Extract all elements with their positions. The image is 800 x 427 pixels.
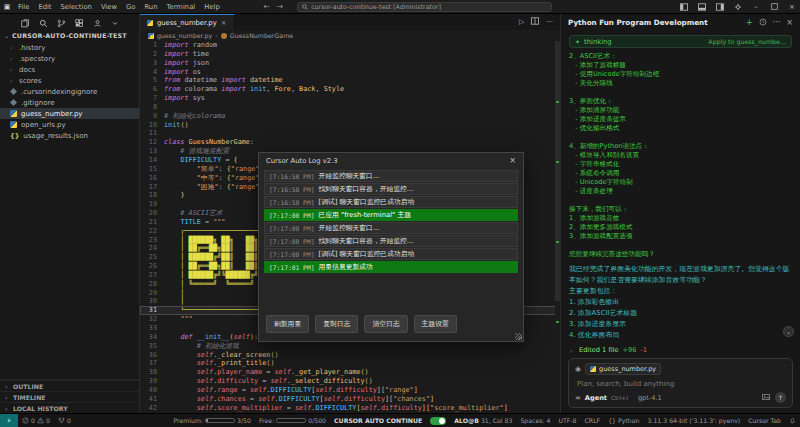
layout-sidebar-left-icon[interactable] bbox=[676, 0, 692, 13]
code-line[interactable]: 3import json bbox=[140, 59, 560, 68]
code-line[interactable]: 35 # 初始化游戏 bbox=[140, 342, 560, 351]
tree-item--history[interactable]: ›.history bbox=[0, 42, 139, 53]
chat-input-box[interactable]: ◉ guess_number.py Plan, search, build an… bbox=[568, 358, 793, 408]
split-editor-icon[interactable] bbox=[531, 17, 539, 27]
tree-item-guess_number-py[interactable]: guess_number.py bbox=[0, 108, 139, 119]
section-local-history[interactable]: ›LOCAL HISTORY bbox=[0, 402, 139, 413]
clear-log-button[interactable]: 清空日志 bbox=[364, 315, 407, 333]
section-outline[interactable]: ›OUTLINE bbox=[0, 380, 139, 391]
new-chat-icon[interactable]: + bbox=[746, 18, 753, 27]
dialog-close-icon[interactable]: × bbox=[509, 156, 516, 165]
agent-mode-selector[interactable]: Agent bbox=[585, 394, 607, 402]
layout-panel-icon[interactable] bbox=[694, 0, 710, 13]
code-line[interactable]: 12class GuessNumberGame: bbox=[140, 138, 560, 147]
log-entry[interactable]: [7:16:58 PM][调试] 聊天窗口监控已成功启动 bbox=[264, 196, 518, 208]
account-icon[interactable] bbox=[93, 19, 102, 28]
remote-indicator[interactable]: ⚡ bbox=[0, 414, 18, 427]
code-line[interactable]: 11 bbox=[140, 129, 560, 138]
log-entry[interactable]: [7:17:00 PM]已应用 "fresh-terminal" 主题 bbox=[264, 209, 518, 221]
run-button[interactable]: ▷ bbox=[519, 18, 524, 26]
log-entry[interactable]: [7:17:00 PM][调试] 聊天窗口监控已成功启动 bbox=[264, 248, 518, 260]
code-line[interactable]: 38 self.player_name = self._get_player_n… bbox=[140, 368, 560, 377]
code-line[interactable]: 8 bbox=[140, 103, 560, 112]
nav-forward-icon[interactable]: → bbox=[276, 2, 283, 11]
section-timeline[interactable]: ›TIMELINE bbox=[0, 391, 139, 402]
scrollbar-thumb[interactable] bbox=[555, 41, 560, 301]
nav-back-icon[interactable]: ← bbox=[264, 2, 271, 11]
chevron-down-icon[interactable] bbox=[111, 19, 119, 27]
language-mode[interactable]: {} Python bbox=[604, 414, 643, 427]
close-window-icon[interactable]: × bbox=[784, 0, 800, 13]
overview-ruler[interactable] bbox=[555, 41, 560, 413]
tree-item--specstory[interactable]: ›.specstory bbox=[0, 53, 139, 64]
log-entry[interactable]: [7:17:01 PM]用量信息更新成功 bbox=[264, 261, 518, 273]
code-line[interactable]: 37 self._print_title() bbox=[140, 359, 560, 368]
code-line[interactable]: 10init() bbox=[140, 121, 560, 130]
breadcrumb[interactable]: guess_number.py › GuessNumberGame bbox=[140, 30, 560, 41]
tree-item-open_urls-py[interactable]: open_urls.py bbox=[0, 119, 139, 130]
menu-item-edit[interactable]: Edit bbox=[34, 3, 55, 11]
breadcrumb-file[interactable]: guess_number.py bbox=[157, 32, 212, 39]
log-entry[interactable]: [7:17:00 PM]找到聊天窗口容器，开始监控... bbox=[264, 235, 518, 247]
menu-item-selection[interactable]: Selection bbox=[57, 3, 96, 11]
tree-item-usage_results-json[interactable]: {}usage_results.json bbox=[0, 130, 139, 141]
files-icon[interactable] bbox=[21, 19, 30, 28]
context-file-chip[interactable]: guess_number.py bbox=[585, 363, 661, 375]
status-badge[interactable]: ALO@B 31, Col 83 bbox=[450, 414, 516, 427]
send-button[interactable]: ↑ bbox=[775, 392, 786, 403]
history-icon[interactable] bbox=[759, 18, 767, 28]
search-icon[interactable] bbox=[39, 19, 48, 28]
breadcrumb-symbol[interactable]: GuessNumberGame bbox=[230, 32, 293, 39]
extensions-icon[interactable] bbox=[75, 19, 84, 28]
problems-indicator[interactable]: 0 0 bbox=[18, 414, 54, 427]
menu-item-run[interactable]: Run bbox=[140, 3, 161, 11]
tab-guess-number[interactable]: guess_number.py × bbox=[140, 14, 235, 30]
tree-item-scores[interactable]: ›scores bbox=[0, 75, 139, 86]
code-line[interactable]: 7import sys bbox=[140, 94, 560, 103]
python-interpreter[interactable]: 3.11.3 64-bit ('3.11.3': pyenv) bbox=[643, 414, 744, 427]
indentation-indicator[interactable]: Spaces: 4 bbox=[516, 414, 554, 427]
eol-indicator[interactable]: CRLF bbox=[581, 414, 605, 427]
premium-usage[interactable]: Premium: 3/50 bbox=[169, 414, 255, 427]
code-line[interactable]: 1import random bbox=[140, 41, 560, 50]
code-line[interactable]: 41 self.chances = self.DIFFICULTY[self.d… bbox=[140, 395, 560, 404]
attach-image-icon[interactable] bbox=[762, 393, 770, 403]
edited-files-row[interactable]: › Edited 1 file +96 -1 bbox=[570, 346, 793, 354]
code-line[interactable]: 6from colorama import init, Fore, Back, … bbox=[140, 85, 560, 94]
menu-item-help[interactable]: Help bbox=[200, 3, 224, 11]
tree-item--cursorindexingignore[interactable]: .cursorindexingignore bbox=[0, 86, 139, 97]
code-line[interactable]: 4import os bbox=[140, 68, 560, 77]
minimize-icon[interactable]: – bbox=[748, 0, 764, 13]
menu-item-go[interactable]: Go bbox=[122, 3, 139, 11]
eye-icon[interactable]: ◉ bbox=[575, 365, 581, 373]
dialog-title-bar[interactable]: Cursor Auto Log v2.3 × bbox=[259, 153, 523, 168]
auto-continue-toggle[interactable] bbox=[426, 414, 450, 427]
customize-layout-icon[interactable] bbox=[730, 0, 746, 13]
log-entry[interactable]: [7:16:58 PM]开始监控聊天窗口... bbox=[264, 170, 518, 182]
workspace-root[interactable]: ⌄ CURSOR-AUTO-CONTINUE-TEST bbox=[0, 29, 139, 42]
apply-link[interactable]: Apply to guess_numbe... bbox=[708, 38, 786, 45]
code-line[interactable]: 36 self._clear_screen() bbox=[140, 351, 560, 360]
encoding-indicator[interactable]: UTF-8 bbox=[554, 414, 580, 427]
auto-continue-label[interactable]: CURSOR AUTO CONTINUE bbox=[330, 414, 426, 427]
command-center-search[interactable]: cursor-auto-continue-test [Administrator… bbox=[297, 2, 552, 12]
maximize-icon[interactable] bbox=[766, 0, 782, 13]
more-options-icon[interactable]: ··· bbox=[773, 18, 781, 27]
model-selector[interactable]: gpt-4.1 bbox=[638, 394, 662, 402]
code-line[interactable]: 39 self.difficulty = self._select_diffic… bbox=[140, 377, 560, 386]
source-control-icon[interactable] bbox=[57, 19, 66, 28]
log-entry[interactable]: [7:16:58 PM]找到聊天窗口容器，开始监控... bbox=[264, 183, 518, 195]
log-entry[interactable]: [7:17:00 PM]开始监控聊天窗口... bbox=[264, 222, 518, 234]
close-panel-icon[interactable]: × bbox=[786, 18, 793, 27]
ports-indicator[interactable]: 0 bbox=[54, 414, 75, 427]
code-line[interactable]: 5from datetime import datetime bbox=[140, 76, 560, 85]
tree-item--gitignore[interactable]: .gitignore bbox=[0, 97, 139, 108]
chat-input-placeholder[interactable]: Plan, search, build anything bbox=[577, 380, 786, 388]
chat-messages[interactable]: ✦ thinking Apply to guess_numbe... 2、ASC… bbox=[561, 31, 800, 341]
tree-item-docs[interactable]: ›docs bbox=[0, 64, 139, 75]
tab-close-icon[interactable]: × bbox=[221, 19, 227, 27]
menu-item-file[interactable]: File bbox=[14, 3, 33, 11]
code-line[interactable]: 42 self.score_multiplier = self.DIFFICUL… bbox=[140, 404, 560, 413]
refresh-usage-button[interactable]: 刷新用量 bbox=[266, 315, 309, 333]
layout-sidebar-right-icon[interactable] bbox=[712, 0, 728, 13]
